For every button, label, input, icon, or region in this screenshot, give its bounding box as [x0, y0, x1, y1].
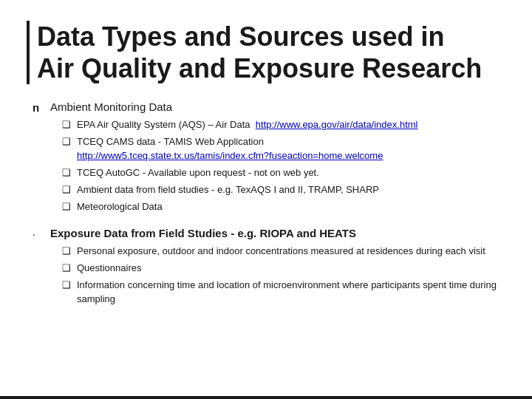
sub-bullet-icon: ❑ [62, 245, 72, 256]
ambient-sub-list: ❑ EPA Air Quality System (AQS) – Air Dat… [62, 118, 505, 214]
sub-bullet-icon: ❑ [62, 183, 72, 195]
section-ambient-title: Ambient Monitoring Data [50, 100, 172, 113]
sub-bullet-icon: ❑ [62, 279, 72, 290]
exposure-sub-list: ❑ Personal exposure, outdoor and indoor … [62, 245, 505, 306]
sub-bullet-icon: ❑ [62, 262, 72, 273]
section-exposure-header: · Exposure Data from Field Studies - e.g… [33, 227, 505, 240]
bullet-dash: · [33, 227, 44, 240]
sub-bullet-icon: ❑ [62, 135, 72, 147]
sub-bullet-icon: ❑ [62, 166, 72, 178]
bottom-border [0, 396, 532, 399]
item-meteorological-text: Meteorological Data [77, 200, 163, 214]
slide-title: Data Types and Sources used in Air Quali… [27, 21, 505, 84]
epa-link[interactable]: http://www.epa.gov/air/data/index.html [256, 119, 418, 130]
list-item: ❑ EPA Air Quality System (AQS) – Air Dat… [62, 118, 505, 132]
list-item: ❑ Ambient data from field studies - e.g.… [62, 183, 505, 197]
sub-bullet-icon: ❑ [62, 200, 72, 212]
section-exposure: · Exposure Data from Field Studies - e.g… [33, 227, 505, 306]
title-line1: Data Types and Sources used in [37, 21, 445, 52]
item-information-text: Information concerning time and location… [77, 279, 505, 307]
item-ambient-field-text: Ambient data from field studies - e.g. T… [77, 183, 379, 197]
content-area: n Ambient Monitoring Data ❑ EPA Air Qual… [27, 100, 505, 306]
list-item: ❑ Personal exposure, outdoor and indoor … [62, 245, 505, 259]
item-epa-text: EPA Air Quality System (AQS) – Air Data … [77, 118, 417, 132]
item-personal-exposure-text: Personal exposure, outdoor and indoor co… [77, 245, 485, 259]
list-item: ❑ Meteorological Data [62, 200, 505, 214]
tceq-cams-link[interactable]: http://www5.tceq.state.tx.us/tamis/index… [77, 150, 383, 161]
sub-bullet-icon: ❑ [62, 118, 72, 130]
item-questionnaires-text: Questionnaires [77, 262, 141, 276]
list-item: ❑ Questionnaires [62, 262, 505, 276]
slide: Data Types and Sources used in Air Quali… [0, 0, 532, 399]
item-tceq-cams-text: TCEQ CAMS data - TAMIS Web Application h… [77, 135, 383, 163]
section-exposure-title: Exposure Data from Field Studies - e.g. … [50, 227, 356, 239]
item-tceq-autogc-text: TCEQ AutoGC - Available upon request - n… [77, 166, 319, 180]
title-line2: Air Quality and Exposure Research [37, 53, 482, 83]
list-item: ❑ TCEQ CAMS data - TAMIS Web Application… [62, 135, 505, 163]
section-ambient: n Ambient Monitoring Data ❑ EPA Air Qual… [33, 100, 505, 214]
list-item: ❑ Information concerning time and locati… [62, 279, 505, 307]
section-ambient-header: n Ambient Monitoring Data [33, 100, 505, 114]
bullet-n: n [33, 100, 44, 114]
list-item: ❑ TCEQ AutoGC - Available upon request -… [62, 166, 505, 180]
